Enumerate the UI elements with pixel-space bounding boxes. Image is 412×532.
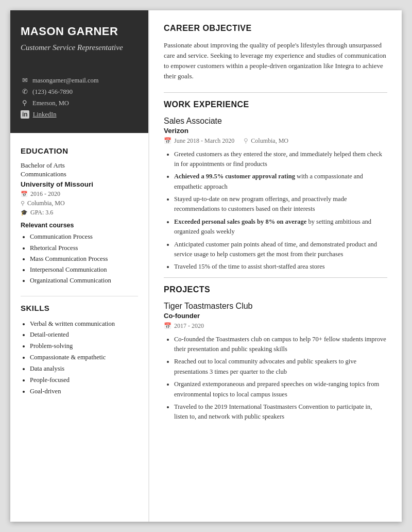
contact-email: ✉ masongarner@email.com [21,76,138,85]
skill-item: Goal-driven [30,386,138,397]
work-experience-divider [164,92,387,93]
skill-item: Verbal & written communication [30,319,138,330]
job-location-value: Columbia, MO [251,137,288,145]
job-bullet: Achieved a 99.5% customer approval ratin… [174,172,387,192]
skill-item: Compassionate & empathetic [30,352,138,363]
edu-city-meta: ⚲ Columbia, MO [21,200,138,207]
job-location: ⚲ Columbia, MO [244,137,288,145]
course-item: Organizational Communication [30,275,138,286]
career-objective-text: Passionate about improving the quality o… [164,40,387,82]
linkedin-link[interactable]: LinkedIn [33,111,57,119]
skill-item: Data analysis [30,363,138,375]
course-item: Rhetorical Process [30,243,138,254]
course-item: Mass Communication Process [30,254,138,264]
job-bullet: Exceeded personal sales goals by 8% on a… [174,217,387,237]
bold-phrase: Achieved a 99.5% customer approval ratin… [174,173,295,180]
job-date: 📅 June 2018 - March 2020 [164,137,234,145]
edu-years: 2016 - 2020 [30,190,60,198]
job-bullet-list: Greeted customers as they entered the st… [164,149,387,272]
job-title: Sales Associate [164,117,387,126]
skill-item: Problem-solving [30,341,138,352]
edu-degree: Bachelor of Arts [21,161,138,170]
job-bullet: Greeted customers as they entered the st… [174,149,387,170]
calendar-icon: 📅 [21,191,28,197]
course-item: Communication Process [30,231,138,242]
sidebar-divider [21,296,138,296]
sidebar-body: EDUCATION Bachelor of Arts Communication… [10,133,148,407]
contact-info: ✉ masongarner@email.com ✆ (123) 456-7890… [10,67,148,133]
bold-phrase: Exceeded personal sales goals by 8% on a… [174,218,306,225]
edu-school: University of Missouri [21,180,138,188]
location-value: Emerson, MO [32,99,69,107]
project-title: Tiger Toastmasters Club [164,302,387,311]
edu-gpa: GPA: 3.6 [30,209,53,217]
project-meta: 📅 2017 - 2020 [164,322,387,330]
course-item: Interpersonal Communication [30,264,138,275]
skill-item: People-focused [30,375,138,386]
job-bullet: Traveled 15% of the time to assist short… [174,262,387,272]
phone-icon: ✆ [21,88,29,96]
skills-section-title: SKILLS [21,304,138,312]
gpa-icon: 🎓 [21,209,28,216]
skills-list: Verbal & written communication Detail-or… [21,319,138,397]
edu-years-meta: 📅 2016 - 2020 [21,190,138,198]
projects-divider [164,277,387,278]
edu-location-icon: ⚲ [21,200,25,207]
sidebar: MASON GARNER Customer Service Representa… [10,10,148,522]
project-bullet: Traveled to the 2019 International Toast… [174,402,387,422]
project-bullet: Co-founded the Toastmasters club on camp… [174,335,387,355]
edu-city: Columbia, MO [27,200,65,207]
edu-major: Communications [21,170,138,178]
email-value: masongarner@email.com [32,77,98,85]
candidate-name: MASON GARNER [21,25,138,38]
project-calendar-icon: 📅 [164,322,171,330]
relevant-courses-label: Relevant courses [21,222,138,229]
edu-gpa-meta: 🎓 GPA: 3.6 [21,209,138,217]
career-objective-title: CAREER OBJECTIVE [164,24,387,35]
project-role: Co-founder [164,312,387,320]
education-section-title: EDUCATION [21,146,138,155]
project-bullet: Organized extemporaneous and prepared sp… [174,379,387,400]
job-calendar-icon: 📅 [164,137,171,145]
main-content: CAREER OBJECTIVE Passionate about improv… [148,10,402,522]
job-bullet: Stayed up-to-date on new program offerin… [174,194,387,214]
phone-value: (123) 456-7890 [32,88,73,96]
projects-section-title: PROJECTS [164,285,387,296]
candidate-title: Customer Service Representative [21,42,138,53]
linkedin-icon: in [21,110,29,119]
project-bullet-list: Co-founded the Toastmasters club on camp… [164,335,387,422]
work-experience-title: WORK EXPERIENCE [164,100,387,111]
job-location-icon: ⚲ [244,137,248,145]
contact-phone: ✆ (123) 456-7890 [21,88,138,96]
project-bullet: Reached out to local community advocates… [174,357,387,377]
contact-location: ⚲ Emerson, MO [21,99,138,107]
sidebar-header: MASON GARNER Customer Service Representa… [10,10,148,67]
job-date-value: June 2018 - March 2020 [174,137,234,145]
course-list: Communication Process Rhetorical Process… [21,231,138,286]
project-date: 2017 - 2020 [174,322,204,330]
email-icon: ✉ [21,76,29,85]
contact-linkedin[interactable]: in LinkedIn [21,110,138,119]
company-name: Verizon [164,127,387,135]
skill-item: Detail-oriented [30,329,138,341]
job-bullet: Anticipated customer pain points ahead o… [174,240,387,260]
location-icon: ⚲ [21,99,29,107]
job-meta: 📅 June 2018 - March 2020 ⚲ Columbia, MO [164,137,387,145]
resume-wrapper: MASON GARNER Customer Service Representa… [10,10,402,522]
